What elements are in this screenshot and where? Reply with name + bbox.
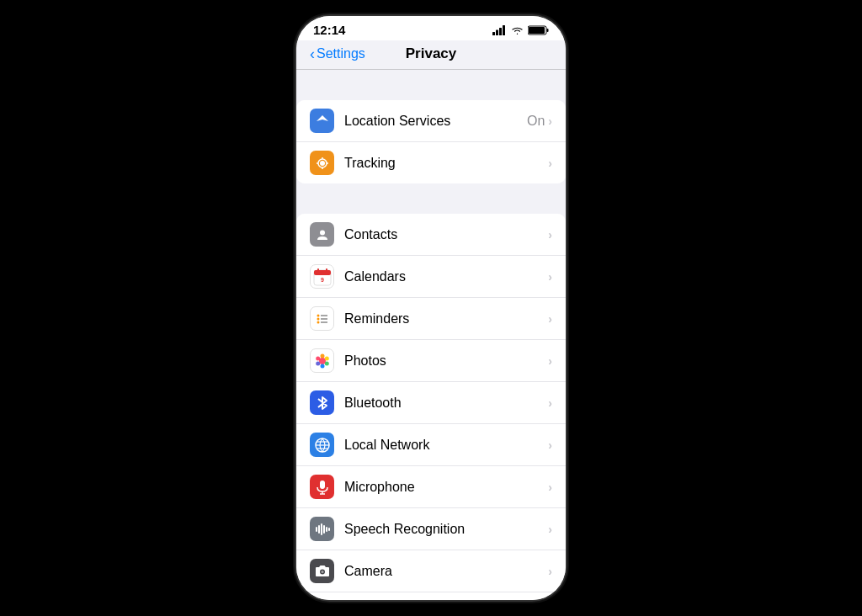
svg-rect-16 [317,268,319,272]
camera-label: Camera [344,564,548,579]
svg-point-29 [320,364,324,368]
reminders-icon [310,306,334,331]
svg-point-20 [317,317,319,320]
speech-recognition-label: Speech Recognition [344,522,548,537]
contacts-icon [310,222,334,247]
svg-rect-0 [492,32,495,35]
battery-icon [528,25,549,35]
svg-point-7 [320,161,325,166]
svg-rect-40 [318,525,320,534]
phone-frame: 12:14 ‹ Se [296,16,566,600]
camera-item[interactable]: Camera › [296,550,566,592]
svg-rect-42 [323,525,325,534]
speech-recognition-chevron: › [548,523,552,536]
svg-rect-3 [503,25,505,35]
location-services-label: Location Services [344,114,527,129]
tracking-chevron: › [548,157,552,170]
svg-point-46 [321,571,323,573]
svg-point-28 [324,361,328,365]
svg-rect-15 [314,270,331,275]
status-time: 12:14 [313,23,345,37]
speech-recognition-item[interactable]: Speech Recognition › [296,508,566,550]
svg-point-21 [317,321,319,323]
microphone-icon [310,475,334,499]
svg-rect-6 [529,27,545,34]
svg-rect-44 [328,528,330,531]
microphone-label: Microphone [344,480,548,495]
back-chevron-icon: ‹ [310,45,315,63]
location-services-icon [310,109,334,133]
signal-icon [492,25,507,35]
calendars-item[interactable]: 9 Calendars › [296,256,566,298]
svg-rect-41 [321,523,322,535]
svg-rect-17 [326,268,327,272]
svg-point-25 [319,358,326,364]
local-network-label: Local Network [344,438,548,453]
local-network-item[interactable]: Local Network › [296,424,566,466]
tracking-icon [310,151,334,175]
svg-point-30 [316,361,320,365]
location-services-chevron: › [548,114,552,128]
photos-item[interactable]: Photos › [296,340,566,382]
svg-point-19 [317,314,319,316]
svg-rect-2 [499,28,502,35]
reminders-label: Reminders [344,311,548,327]
svg-rect-43 [326,527,327,532]
svg-rect-1 [496,29,498,35]
health-item[interactable]: Health › [296,592,566,600]
tracking-label: Tracking [344,156,548,171]
speech-recognition-icon [310,517,334,541]
svg-rect-39 [316,527,317,532]
microphone-item[interactable]: Microphone › [296,466,566,508]
location-section: Location Services On › Tracking [296,100,566,183]
status-icons [492,25,549,35]
local-network-icon [310,433,334,457]
svg-point-27 [324,356,328,360]
contacts-label: Contacts [344,227,548,242]
svg-point-31 [316,356,320,360]
camera-chevron: › [548,565,552,578]
location-services-item[interactable]: Location Services On › [296,100,566,142]
bluetooth-label: Bluetooth [344,396,548,411]
tracking-item[interactable]: Tracking › [296,142,566,183]
calendars-chevron: › [548,270,552,284]
calendars-label: Calendars [344,269,548,284]
microphone-chevron: › [548,481,552,494]
wifi-icon [511,25,524,35]
nav-bar: ‹ Settings Privacy [296,40,566,70]
bluetooth-chevron: › [548,396,552,410]
calendars-icon: 9 [310,264,334,289]
bluetooth-item[interactable]: Bluetooth › [296,382,566,424]
back-button[interactable]: ‹ Settings [310,45,365,63]
local-network-chevron: › [548,438,552,452]
svg-rect-36 [320,481,325,489]
svg-text:9: 9 [321,277,324,283]
status-bar: 12:14 [296,16,566,40]
svg-point-13 [320,230,325,235]
content-scroll[interactable]: Location Services On › Tracking [296,70,566,600]
contacts-item[interactable]: Contacts › [296,214,566,256]
reminders-chevron: › [548,312,552,326]
camera-icon [310,559,334,583]
svg-rect-5 [547,29,549,32]
permissions-section: Contacts › 9 Calendars › [296,214,566,600]
reminders-item[interactable]: Reminders › [296,298,566,340]
photos-icon [310,348,334,373]
photos-chevron: › [548,354,552,368]
page-title: Privacy [406,45,457,62]
photos-label: Photos [344,353,548,369]
location-services-value: On [527,114,545,129]
bluetooth-icon [310,390,334,415]
back-label: Settings [317,46,365,61]
svg-point-26 [320,353,324,358]
contacts-chevron: › [548,228,552,242]
